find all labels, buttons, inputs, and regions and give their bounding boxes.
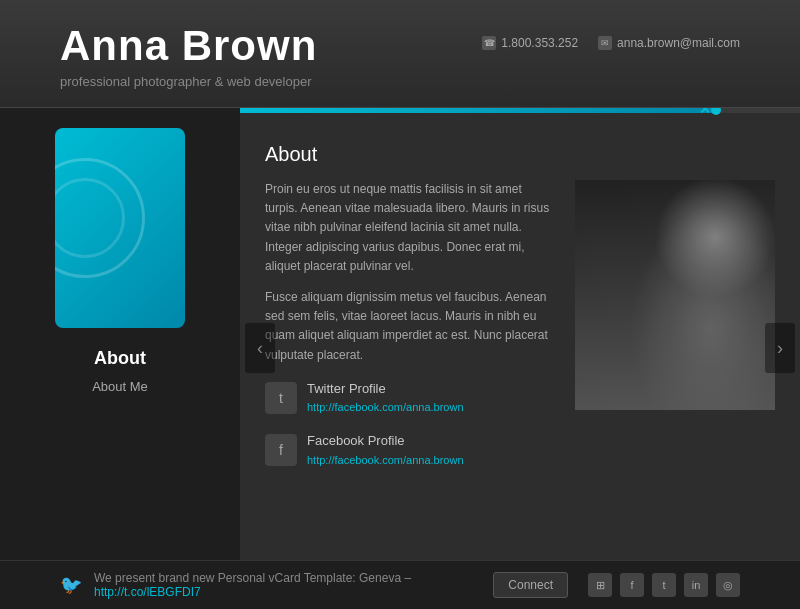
footer-skype-icon[interactable]: ◎ bbox=[716, 573, 740, 597]
social-facebook: f Facebook Profile http://facebook.com/a… bbox=[265, 431, 555, 469]
facebook-text: Facebook Profile http://facebook.com/ann… bbox=[307, 431, 464, 469]
content-text: Proin eu eros ut neque mattis facilisis … bbox=[265, 180, 555, 483]
profile-photo bbox=[575, 180, 775, 410]
subtitle: professional photographer & web develope… bbox=[60, 74, 740, 89]
footer-rss-icon[interactable]: ⊞ bbox=[588, 573, 612, 597]
left-nav: About About Me bbox=[0, 108, 240, 588]
facebook-label: Facebook Profile bbox=[307, 431, 464, 452]
content-body: Proin eu eros ut neque mattis facilisis … bbox=[265, 180, 775, 483]
progress-dot bbox=[711, 108, 721, 115]
header: Anna Brown professional photographer & w… bbox=[0, 0, 800, 108]
arrow-right-button[interactable]: › bbox=[765, 323, 795, 373]
twitter-url[interactable]: http://facebook.com/anna.brown bbox=[307, 399, 464, 417]
nav-aboutme[interactable]: About Me bbox=[92, 379, 148, 394]
nav-about[interactable]: About bbox=[94, 348, 146, 369]
facebook-url[interactable]: http://facebook.com/anna.brown bbox=[307, 452, 464, 470]
twitter-text: Twitter Profile http://facebook.com/anna… bbox=[307, 379, 464, 417]
contact-info: ☎ 1.800.353.252 ✉ anna.brown@mail.com bbox=[482, 36, 740, 50]
nav-card bbox=[55, 128, 185, 328]
paragraph-2: Fusce aliquam dignissim metus vel faucib… bbox=[265, 288, 555, 365]
tweet-prefix: We present brand new Personal vCard Temp… bbox=[94, 571, 411, 585]
twitter-icon: t bbox=[265, 382, 297, 414]
footer-social-icons: ⊞ f t in ◎ bbox=[588, 573, 740, 597]
connect-button[interactable]: Connect bbox=[493, 572, 568, 598]
phone-icon: ☎ bbox=[482, 36, 496, 50]
footer-facebook-icon[interactable]: f bbox=[620, 573, 644, 597]
footer-twitter-icon: 🐦 bbox=[60, 574, 82, 596]
photo-inner bbox=[575, 180, 775, 410]
social-links: t Twitter Profile http://facebook.com/an… bbox=[265, 379, 555, 470]
social-twitter: t Twitter Profile http://facebook.com/an… bbox=[265, 379, 555, 417]
progress-close[interactable]: ✕ bbox=[699, 108, 711, 117]
paragraph-1: Proin eu eros ut neque mattis facilisis … bbox=[265, 180, 555, 276]
arrow-left-icon: ‹ bbox=[257, 338, 263, 359]
email-item: ✉ anna.brown@mail.com bbox=[598, 36, 740, 50]
progress-bar: ✕ bbox=[240, 108, 800, 113]
facebook-icon: f bbox=[265, 434, 297, 466]
phone-item: ☎ 1.800.353.252 bbox=[482, 36, 578, 50]
phone-number: 1.800.353.252 bbox=[501, 36, 578, 50]
progress-fill: ✕ bbox=[240, 108, 716, 113]
footer: 🐦 We present brand new Personal vCard Te… bbox=[0, 560, 800, 609]
twitter-label: Twitter Profile bbox=[307, 379, 464, 400]
footer-tweet-text: We present brand new Personal vCard Temp… bbox=[94, 571, 493, 599]
about-title: About bbox=[265, 143, 775, 166]
email-icon: ✉ bbox=[598, 36, 612, 50]
email-address: anna.brown@mail.com bbox=[617, 36, 740, 50]
arrow-left-button[interactable]: ‹ bbox=[245, 323, 275, 373]
tweet-link[interactable]: http://t.co/lEBGFDI7 bbox=[94, 585, 201, 599]
arrow-right-icon: › bbox=[777, 338, 783, 359]
footer-linkedin-icon[interactable]: in bbox=[684, 573, 708, 597]
footer-twitter-btn[interactable]: t bbox=[652, 573, 676, 597]
content-panel: ✕ About Proin eu eros ut neque mattis fa… bbox=[240, 108, 800, 588]
main-content: About About Me ‹ ✕ About Proin eu eros u… bbox=[0, 108, 800, 588]
